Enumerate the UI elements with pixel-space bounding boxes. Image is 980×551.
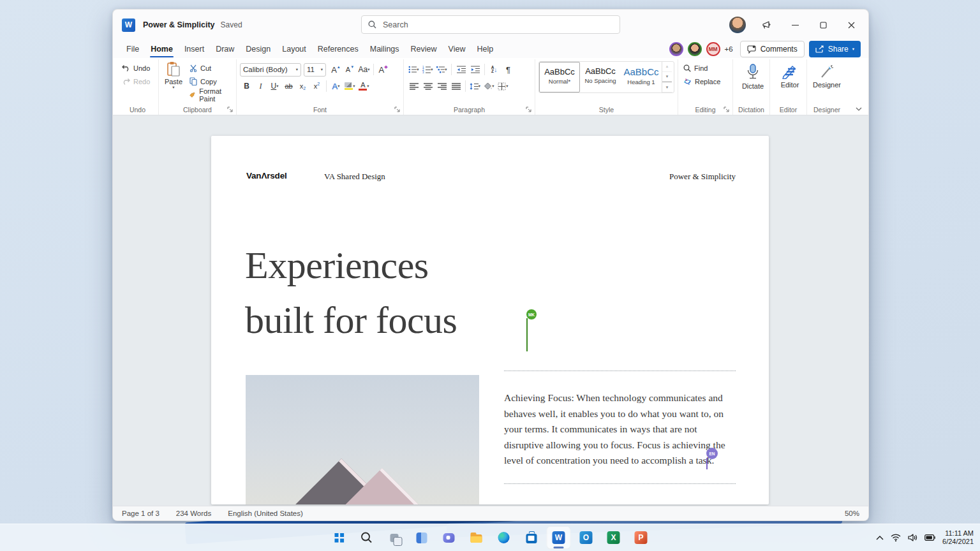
taskbar-search-button[interactable] xyxy=(355,526,379,549)
clipboard-dialog-launcher-icon[interactable] xyxy=(227,107,234,113)
collaborator-avatar[interactable] xyxy=(669,42,683,56)
font-dialog-launcher-icon[interactable] xyxy=(394,107,401,113)
word-taskbar-button[interactable]: W xyxy=(547,526,571,549)
paragraph-dialog-launcher-icon[interactable] xyxy=(526,107,532,113)
page-indicator[interactable]: Page 1 of 3 xyxy=(122,510,160,517)
language-indicator[interactable]: English (United States) xyxy=(228,510,303,517)
tab-design[interactable]: Design xyxy=(240,42,276,56)
tab-view[interactable]: View xyxy=(443,42,471,56)
zoom-level[interactable]: 50% xyxy=(845,510,859,517)
superscript-button[interactable]: x2 xyxy=(310,80,323,92)
tab-home[interactable]: Home xyxy=(145,42,179,56)
align-right-button[interactable] xyxy=(435,80,449,92)
show-hide-marks-button[interactable]: ¶ xyxy=(501,63,515,76)
numbering-button[interactable]: 123 ▾ xyxy=(421,63,434,76)
powerpoint-taskbar-button[interactable]: P xyxy=(629,526,653,549)
task-view-button[interactable] xyxy=(382,526,406,549)
bullets-button[interactable]: ▾ xyxy=(407,63,420,76)
replace-button[interactable]: bc Replace xyxy=(681,75,729,88)
borders-button[interactable]: ▾ xyxy=(496,80,510,92)
undo-button[interactable]: Undo xyxy=(120,61,155,75)
minimize-button[interactable] xyxy=(783,15,807,34)
format-painter-button[interactable]: Format Paint xyxy=(188,88,233,101)
feedback-megaphone-icon[interactable] xyxy=(755,15,779,34)
grow-font-button[interactable]: A▲ xyxy=(329,63,343,76)
close-button[interactable] xyxy=(839,15,863,34)
align-center-button[interactable] xyxy=(421,80,434,92)
clear-formatting-button[interactable]: A◆ xyxy=(376,63,390,76)
editor-button[interactable]: Editor xyxy=(773,61,806,89)
copy-button[interactable]: Copy xyxy=(188,75,233,88)
strikethrough-button[interactable]: ab xyxy=(282,80,295,92)
collaborator-avatar-initials[interactable]: MM xyxy=(706,42,720,56)
underline-button[interactable]: U▾ xyxy=(268,80,281,92)
clock[interactable]: 11:11 AM 6/24/2021 xyxy=(942,529,974,546)
font-size-select[interactable]: 11 ▾ xyxy=(304,63,326,77)
volume-icon[interactable] xyxy=(908,534,917,541)
tab-mailings[interactable]: Mailings xyxy=(364,42,405,56)
edge-button[interactable] xyxy=(492,526,516,549)
document-page[interactable]: VanΛrsdel VA Shared Design Power & Simpl… xyxy=(211,136,769,504)
align-left-button[interactable] xyxy=(407,80,420,92)
battery-icon[interactable] xyxy=(924,534,935,541)
save-status[interactable]: Saved xyxy=(221,20,242,29)
tab-layout[interactable]: Layout xyxy=(276,42,312,56)
justify-button[interactable] xyxy=(449,80,463,92)
font-family-select[interactable]: Calibri (Body) ▾ xyxy=(240,63,301,77)
search-box[interactable] xyxy=(361,15,620,34)
widgets-button[interactable] xyxy=(410,526,434,549)
text-effects-button[interactable]: A▾ xyxy=(329,80,343,92)
sort-button[interactable]: A Z ↓ xyxy=(487,63,501,76)
subscript-button[interactable]: x2 xyxy=(296,80,309,92)
excel-taskbar-button[interactable]: X xyxy=(602,526,626,549)
search-input[interactable] xyxy=(382,20,613,30)
maximize-button[interactable] xyxy=(811,15,835,34)
increase-indent-button[interactable] xyxy=(468,63,482,76)
word-app-icon[interactable]: W xyxy=(122,18,135,32)
tab-file[interactable]: File xyxy=(121,42,145,56)
document-image[interactable] xyxy=(246,375,479,504)
bold-button[interactable]: B xyxy=(240,80,253,92)
collaborator-avatar[interactable] xyxy=(688,42,702,56)
style-no-spacing[interactable]: AaBbCc No Spacing xyxy=(580,62,621,92)
multilevel-list-button[interactable]: ▾ xyxy=(435,63,449,76)
style-normal[interactable]: AaBbCc Normal* xyxy=(539,62,580,92)
dictate-button[interactable]: Dictate xyxy=(736,61,769,90)
style-gallery-more-icon[interactable]: ▾ xyxy=(662,82,672,92)
italic-button[interactable]: I xyxy=(254,80,267,92)
share-button[interactable]: Share ▾ xyxy=(809,41,861,57)
cut-button[interactable]: Cut xyxy=(188,61,233,75)
word-count[interactable]: 234 Words xyxy=(176,510,211,517)
font-color-button[interactable]: A ▾ xyxy=(357,80,371,92)
collapse-ribbon-icon[interactable] xyxy=(856,107,862,111)
start-button[interactable] xyxy=(327,526,352,549)
editing-dialog-launcher-icon[interactable] xyxy=(724,107,730,113)
redo-button[interactable]: Redo xyxy=(120,75,155,88)
style-scroll-down-icon[interactable]: ▾ xyxy=(662,72,672,82)
collaborator-overflow-count[interactable]: +6 xyxy=(725,45,733,53)
style-scroll-up-icon[interactable]: ▴ xyxy=(662,62,672,72)
wifi-icon[interactable] xyxy=(891,534,901,541)
store-button[interactable] xyxy=(519,526,544,549)
highlight-button[interactable]: ▾ xyxy=(343,80,357,92)
outlook-taskbar-button[interactable]: O xyxy=(574,526,598,549)
designer-button[interactable]: Designer xyxy=(810,61,843,89)
tray-chevron-up-icon[interactable] xyxy=(876,536,884,540)
tab-draw[interactable]: Draw xyxy=(210,42,240,56)
comments-button[interactable]: Comments xyxy=(740,41,805,57)
tab-help[interactable]: Help xyxy=(471,42,499,56)
file-explorer-button[interactable] xyxy=(464,526,489,549)
shrink-font-button[interactable]: A▼ xyxy=(343,63,357,76)
find-button[interactable]: Find xyxy=(681,61,729,75)
decrease-indent-button[interactable] xyxy=(454,63,468,76)
chat-button[interactable] xyxy=(437,526,461,549)
tab-insert[interactable]: Insert xyxy=(179,42,210,56)
style-heading-1[interactable]: AaBbCc Heading 1 xyxy=(621,62,662,92)
paste-button[interactable]: Paste ▾ xyxy=(162,61,185,104)
tab-review[interactable]: Review xyxy=(405,42,443,56)
tab-references[interactable]: References xyxy=(312,42,364,56)
change-case-button[interactable]: Aa▾ xyxy=(357,63,371,76)
line-spacing-button[interactable]: ▾ xyxy=(468,80,482,92)
account-avatar[interactable] xyxy=(729,17,746,33)
shading-button[interactable]: ▾ xyxy=(482,80,496,92)
